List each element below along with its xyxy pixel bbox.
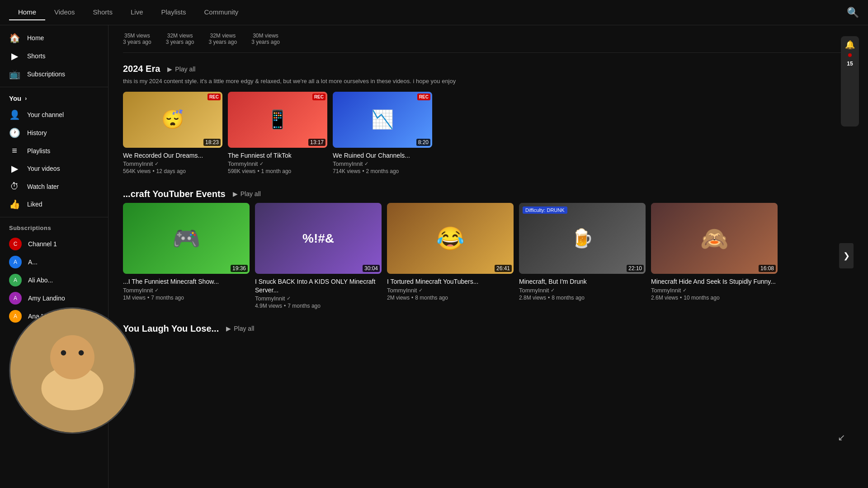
- video-thumb-mv3: 😂 26:41: [387, 203, 514, 274]
- shorts-icon: ▶: [9, 51, 20, 61]
- floating-avatar: [9, 307, 136, 434]
- section-header-2024-era: 2024 Era ▶ Play all: [123, 64, 854, 74]
- history-icon: 🕐: [9, 127, 20, 138]
- video-card-v1[interactable]: 😴 REC 18:23 We Recorded Our Dreams... To…: [123, 92, 222, 174]
- section-you-laugh: You Laugh You Lose... ▶ Play all: [123, 324, 854, 334]
- video-meta-mv5: 2.6M views • 10 months ago: [651, 295, 778, 301]
- video-thumb-v1: 😴 REC 18:23: [123, 92, 222, 148]
- video-title-v2: The Funniest of TikTok: [228, 151, 327, 160]
- video-card-v3[interactable]: 📉 REC 8:20 We Ruined Our Channels... Tom…: [333, 92, 432, 174]
- section-title-2024-era: 2024 Era: [123, 64, 160, 74]
- video-meta-mv4: 2.8M views • 8 months ago: [519, 295, 646, 301]
- tab-shorts[interactable]: Shorts: [84, 5, 122, 20]
- video-card-mv5[interactable]: 🙈 16:08 Minecraft Hide And Seek Is Stupi…: [651, 203, 778, 309]
- playlists-icon: ≡: [9, 145, 20, 156]
- section-header-you-laugh: You Laugh You Lose... ▶ Play all: [123, 324, 854, 334]
- tab-videos[interactable]: Videos: [45, 5, 84, 20]
- video-title-mv4: Minecraft, But I'm Drunk: [519, 277, 646, 286]
- sidebar-item-history[interactable]: 🕐 History: [0, 124, 108, 142]
- thumb-inner-mv3: 😂: [387, 203, 514, 274]
- video-title-v1: We Recorded Our Dreams...: [123, 151, 222, 160]
- video-title-mv2: I Snuck BACK Into A KIDS ONLY Minecraft …: [255, 277, 382, 294]
- tab-home[interactable]: Home: [9, 5, 45, 20]
- difficulty-overlay: Difficulty: DRUNK: [523, 206, 567, 214]
- duration-mv1: 19:36: [231, 265, 248, 272]
- thumb-inner-mv5: 🙈: [651, 203, 778, 274]
- sub-avatar-1: C: [9, 238, 22, 250]
- channel-name-mv1: TommyInnit: [123, 287, 153, 294]
- watch-later-icon: ⏱: [9, 181, 20, 192]
- video-card-mv2[interactable]: %!#& 30:04 I Snuck BACK Into A KIDS ONLY…: [255, 203, 382, 309]
- video-thumb-mv4: 🍺 Difficulty: DRUNK 22:10: [519, 203, 646, 274]
- tab-community[interactable]: Community: [195, 5, 248, 20]
- video-thumb-v3: 📉 REC 8:20: [333, 92, 432, 148]
- sidebar-item-playlists[interactable]: ≡ Playlists: [0, 142, 108, 160]
- play-all-button-minecraft[interactable]: ▶ Play all: [233, 190, 261, 197]
- main-content: 35M views 3 years ago 32M views 3 years …: [108, 25, 868, 488]
- chevron-right-icon: ›: [25, 95, 27, 102]
- sub-item-2[interactable]: A A...: [0, 253, 108, 271]
- play-all-button-2024-era[interactable]: ▶ Play all: [167, 66, 195, 73]
- play-icon-3: ▶: [226, 325, 231, 332]
- channel-row-mv2: TommyInnit ✓: [255, 295, 382, 302]
- duration-v1: 18:23: [203, 139, 221, 146]
- liked-icon: 👍: [9, 199, 20, 210]
- page-layout: 🏠 Home ▶ Shorts 📺 Subscriptions You › 👤 …: [0, 25, 868, 488]
- sidebar-item-home[interactable]: 🏠 Home: [0, 29, 108, 47]
- section-minecraft-events: ...craft YouTuber Events ▶ Play all 🎮 19…: [123, 189, 854, 309]
- tab-live[interactable]: Live: [122, 5, 152, 20]
- top-stat-3: 32M views 3 years ago: [208, 33, 237, 45]
- channel-row-v2: TommyInnit ✓: [228, 160, 327, 167]
- top-stat-4: 30M views 3 years ago: [251, 33, 280, 45]
- channel-row-mv5: TommyInnit ✓: [651, 287, 778, 294]
- video-card-mv3[interactable]: 😂 26:41 I Tortured Minecraft YouTubers..…: [387, 203, 514, 309]
- duration-v2: 13:17: [308, 139, 326, 146]
- search-icon[interactable]: 🔍: [847, 7, 859, 19]
- video-meta-v3: 714K views • 2 months ago: [333, 168, 432, 174]
- rec-badge-v1: REC: [208, 94, 221, 100]
- scroll-right-button[interactable]: ❯: [839, 243, 854, 268]
- video-meta-mv2: 4.9M views • 7 months ago: [255, 303, 382, 309]
- video-card-mv1[interactable]: 🎮 19:36 ...I The Funniest Minecraft Show…: [123, 203, 250, 309]
- channel-name-v2: TommyInnit: [228, 160, 258, 167]
- sidebar-item-subscriptions[interactable]: 📺 Subscriptions: [0, 65, 108, 83]
- top-stat-2: 32M views 3 years ago: [166, 33, 194, 45]
- rec-badge-v2: REC: [312, 94, 326, 100]
- thumb-inner-mv2: %!#&: [255, 203, 382, 274]
- sidebar-item-your-videos[interactable]: ▶ Your videos: [0, 160, 108, 178]
- sidebar-item-your-channel[interactable]: 👤 Your channel: [0, 106, 108, 124]
- cursor-indicator: ↙: [838, 432, 845, 443]
- video-row-minecraft: 🎮 19:36 ...I The Funniest Minecraft Show…: [123, 203, 835, 309]
- verified-icon-mv5: ✓: [683, 287, 687, 293]
- video-title-v3: We Ruined Our Channels...: [333, 151, 432, 160]
- divider-2: [0, 217, 108, 217]
- sub-item-3[interactable]: A Ali Abo...: [0, 271, 108, 289]
- subscriptions-icon: 📺: [9, 69, 20, 80]
- video-card-v2[interactable]: 📱 REC 13:17 The Funniest of TikTok Tommy…: [228, 92, 327, 174]
- duration-mv4: 22:10: [627, 265, 644, 272]
- sidebar-item-liked[interactable]: 👍 Liked: [0, 195, 108, 213]
- channel-name-mv4: TommyInnit: [519, 287, 549, 294]
- divider-1: [0, 87, 108, 87]
- sub-avatar-2: A: [9, 256, 22, 268]
- you-section-toggle[interactable]: You ›: [0, 91, 108, 106]
- video-meta-mv1: 1M views • 7 months ago: [123, 295, 250, 301]
- sidebar-item-shorts[interactable]: ▶ Shorts: [0, 47, 108, 65]
- video-card-mv4[interactable]: 🍺 Difficulty: DRUNK 22:10 Minecraft, But…: [519, 203, 646, 309]
- sub-item-4[interactable]: A Amy Landino: [0, 289, 108, 307]
- notification-icon[interactable]: 🔔: [845, 40, 855, 50]
- notification-dot: [848, 53, 852, 57]
- tab-playlists[interactable]: Playlists: [152, 5, 195, 20]
- notification-sidebar: 🔔 15: [841, 36, 859, 127]
- person-icon: 👤: [9, 109, 20, 120]
- section-title-minecraft: ...craft YouTuber Events: [123, 189, 226, 199]
- play-all-button-you-laugh[interactable]: ▶ Play all: [226, 325, 254, 332]
- avatar-face-svg: [10, 309, 134, 432]
- video-meta-v1: 564K views • 12 days ago: [123, 168, 222, 174]
- video-thumb-mv2: %!#& 30:04: [255, 203, 382, 274]
- channel-row-mv4: TommyInnit ✓: [519, 287, 646, 294]
- channel-name-mv5: TommyInnit: [651, 287, 681, 294]
- sub-item-1[interactable]: C Channel 1: [0, 235, 108, 253]
- sidebar-item-watch-later[interactable]: ⏱ Watch later: [0, 178, 108, 195]
- channel-row-mv1: TommyInnit ✓: [123, 287, 250, 294]
